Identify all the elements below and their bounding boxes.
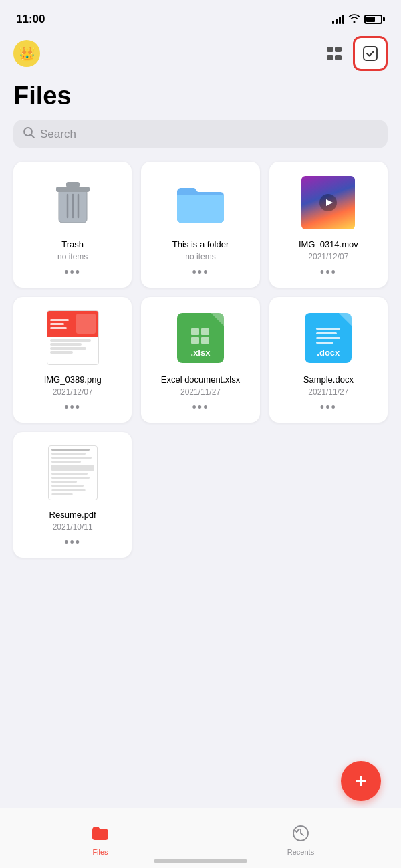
folder-icon bbox=[174, 181, 227, 225]
recents-tab-icon bbox=[291, 824, 310, 845]
status-icons bbox=[332, 13, 385, 25]
svg-rect-2 bbox=[327, 55, 333, 60]
xlsx-icon-container: .xlsx bbox=[148, 308, 253, 368]
tab-recents[interactable]: Recents bbox=[200, 824, 401, 856]
file-date: 2021/11/27 bbox=[180, 387, 221, 397]
file-more-button[interactable]: ••• bbox=[192, 401, 209, 415]
file-name: IMG_0389.png bbox=[44, 374, 102, 385]
file-date: 2021/12/07 bbox=[53, 387, 93, 397]
add-button[interactable]: + bbox=[341, 761, 381, 801]
file-grid: Trash no items ••• This is a folder no i… bbox=[0, 162, 401, 558]
avatar[interactable]: 👑 bbox=[13, 40, 40, 67]
file-more-button[interactable]: ••• bbox=[64, 536, 81, 550]
file-date: 2021/12/07 bbox=[308, 252, 348, 261]
header: 👑 bbox=[0, 33, 401, 76]
svg-line-6 bbox=[31, 135, 34, 138]
file-more-button[interactable]: ••• bbox=[64, 265, 81, 280]
file-name: Excel document.xlsx bbox=[161, 374, 241, 385]
trash-icon-container bbox=[20, 173, 125, 233]
file-card-pdf[interactable]: Resume.pdf 2021/10/11 ••• bbox=[13, 432, 132, 558]
search-placeholder: Search bbox=[40, 128, 76, 141]
page-title: Files bbox=[0, 76, 401, 120]
signal-icon bbox=[332, 15, 344, 24]
file-date: 2021/10/11 bbox=[53, 522, 93, 532]
header-actions bbox=[322, 36, 388, 71]
file-date: 2021/11/27 bbox=[308, 387, 348, 397]
search-bar[interactable]: Search bbox=[13, 120, 388, 148]
battery-icon bbox=[364, 15, 385, 24]
file-more-button[interactable]: ••• bbox=[320, 401, 337, 415]
status-time: 11:00 bbox=[16, 13, 45, 26]
search-icon bbox=[23, 126, 35, 142]
file-card-docx[interactable]: .docx Sample.docx 2021/11/27 ••• bbox=[269, 297, 388, 423]
xlsx-icon: .xlsx bbox=[177, 313, 224, 363]
file-more-button[interactable]: ••• bbox=[320, 265, 337, 280]
file-date: no items bbox=[57, 252, 88, 261]
svg-rect-8 bbox=[56, 187, 90, 192]
file-more-button[interactable]: ••• bbox=[192, 265, 209, 280]
svg-point-5 bbox=[24, 128, 32, 136]
svg-rect-9 bbox=[66, 182, 80, 187]
svg-rect-4 bbox=[364, 47, 377, 60]
tab-recents-label: Recents bbox=[287, 848, 314, 856]
docx-icon: .docx bbox=[305, 313, 352, 363]
file-card-png[interactable]: IMG_0389.png 2021/12/07 ••• bbox=[13, 297, 132, 423]
file-date: no items bbox=[185, 252, 215, 261]
mov-icon-container bbox=[276, 173, 381, 233]
status-bar: 11:00 bbox=[0, 0, 401, 33]
svg-rect-1 bbox=[335, 47, 342, 52]
file-card-folder[interactable]: This is a folder no items ••• bbox=[141, 162, 259, 288]
wifi-icon bbox=[348, 13, 360, 25]
select-button[interactable] bbox=[353, 36, 388, 71]
file-card-mov[interactable]: IMG_0314.mov 2021/12/07 ••• bbox=[269, 162, 388, 288]
file-card-xlsx[interactable]: .xlsx Excel document.xlsx 2021/11/27 ••• bbox=[141, 297, 259, 423]
file-name: IMG_0314.mov bbox=[299, 239, 358, 249]
files-tab-icon bbox=[91, 824, 110, 845]
svg-rect-0 bbox=[327, 47, 333, 52]
file-name: This is a folder bbox=[172, 239, 229, 249]
pdf-thumbnail bbox=[48, 445, 98, 500]
trash-icon bbox=[53, 180, 92, 225]
png-thumbnail bbox=[47, 310, 99, 365]
folder-icon-container bbox=[148, 173, 253, 233]
docx-icon-container: .docx bbox=[276, 308, 381, 368]
file-name: Sample.docx bbox=[303, 374, 354, 385]
tab-files[interactable]: Files bbox=[0, 824, 200, 856]
svg-rect-3 bbox=[335, 55, 342, 60]
file-name: Resume.pdf bbox=[49, 510, 96, 520]
file-card-trash[interactable]: Trash no items ••• bbox=[13, 162, 132, 288]
mov-thumbnail bbox=[301, 176, 355, 229]
tab-files-label: Files bbox=[92, 848, 108, 856]
file-name: Trash bbox=[61, 239, 84, 249]
home-indicator bbox=[154, 859, 247, 863]
pdf-icon-container bbox=[20, 443, 125, 503]
png-icon-container bbox=[20, 308, 125, 368]
file-more-button[interactable]: ••• bbox=[64, 401, 81, 415]
view-toggle-button[interactable] bbox=[322, 41, 346, 66]
